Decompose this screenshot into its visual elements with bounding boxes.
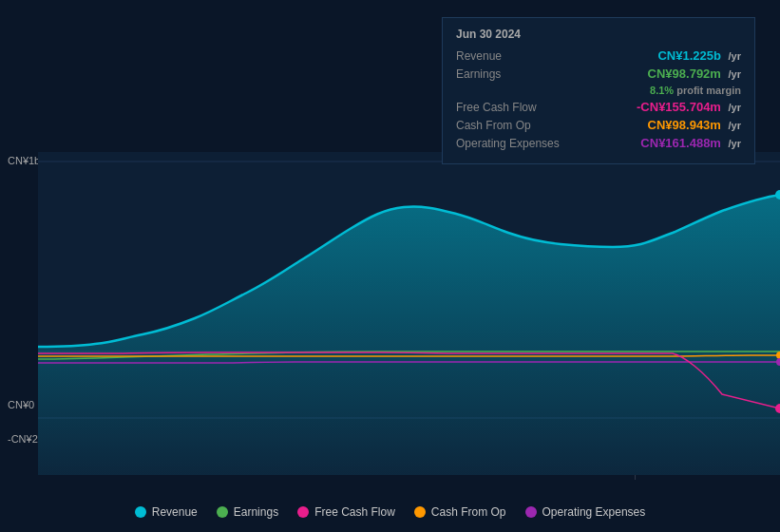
tooltip-label-opex: Operating Expenses (456, 137, 561, 150)
tooltip-row-opex: Operating Expenses CN¥161.488m /yr (456, 136, 741, 150)
tooltip-label-earnings: Earnings (456, 67, 561, 81)
legend-label-opex: Operating Expenses (542, 505, 646, 519)
legend-item-revenue[interactable]: Revenue (135, 505, 198, 519)
tooltip-label-cfo: Cash From Op (456, 119, 561, 132)
legend-item-earnings[interactable]: Earnings (217, 505, 278, 519)
legend-item-fcf[interactable]: Free Cash Flow (297, 505, 395, 519)
legend-label-fcf: Free Cash Flow (314, 505, 395, 519)
tooltip-label-revenue: Revenue (456, 49, 561, 63)
legend-label-earnings: Earnings (234, 505, 278, 519)
tooltip-row-fcf: Free Cash Flow -CN¥155.704m /yr (456, 100, 741, 114)
chart-container: Jun 30 2024 Revenue CN¥1.225b /yr Earnin… (0, 0, 780, 532)
y-label-zero: CN¥0 (8, 399, 34, 410)
legend-dot-cfo (414, 506, 426, 518)
tooltip-row-revenue: Revenue CN¥1.225b /yr (456, 48, 741, 63)
tooltip-date: Jun 30 2024 (456, 28, 741, 41)
tooltip-label-fcf: Free Cash Flow (456, 101, 561, 114)
tooltip-margin-badge: 8.1% profit margin (650, 85, 741, 96)
legend-item-cfo[interactable]: Cash From Op (414, 505, 506, 519)
tooltip-value-fcf: -CN¥155.704m /yr (637, 100, 741, 114)
legend-label-cfo: Cash From Op (431, 505, 506, 519)
legend-dot-fcf (297, 506, 309, 518)
chart-legend: Revenue Earnings Free Cash Flow Cash Fro… (0, 505, 780, 519)
legend-dot-earnings (217, 506, 228, 518)
legend-item-opex[interactable]: Operating Expenses (525, 505, 646, 519)
tooltip-row-cfo: Cash From Op CN¥98.943m /yr (456, 118, 741, 132)
legend-label-revenue: Revenue (152, 505, 198, 519)
tooltip-value-opex: CN¥161.488m /yr (640, 136, 741, 150)
tooltip-value-revenue: CN¥1.225b /yr (657, 48, 741, 63)
tooltip-row-earnings: Earnings CN¥98.792m /yr (456, 66, 741, 81)
legend-dot-opex (525, 506, 537, 518)
tooltip-row-margin: 8.1% profit margin (456, 85, 741, 96)
legend-dot-revenue (135, 506, 146, 518)
tooltip-value-earnings: CN¥98.792m /yr (648, 66, 741, 81)
tooltip-card: Jun 30 2024 Revenue CN¥1.225b /yr Earnin… (442, 17, 755, 164)
y-label-top: CN¥1b (8, 155, 40, 166)
chart-svg (38, 152, 780, 475)
tooltip-value-cfo: CN¥98.943m /yr (648, 118, 741, 132)
